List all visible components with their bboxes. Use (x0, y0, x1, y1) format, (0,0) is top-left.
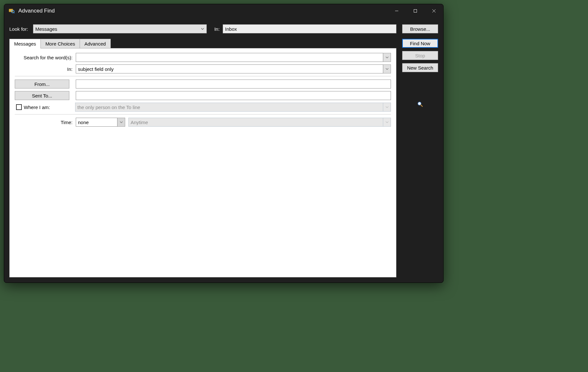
in-folder-value: Inbox (225, 26, 237, 32)
time-label: Time: (15, 120, 76, 125)
time-value: none (76, 118, 117, 127)
look-for-label: Look for: (9, 26, 30, 32)
main-content: Messages More Choices Advanced Search fo… (4, 39, 443, 283)
time-range-value: Anytime (128, 118, 383, 127)
divider (15, 76, 391, 76)
look-for-dropdown[interactable]: Messages (33, 24, 207, 33)
side-buttons: Find Now Stop New Search (402, 39, 438, 277)
time-dropdown-btn[interactable] (117, 118, 125, 127)
where-i-am-value: the only person on the To line (75, 103, 383, 112)
minimize-button[interactable] (387, 4, 406, 18)
find-now-button[interactable]: Find Now (402, 39, 438, 48)
time-range-dropdown-btn (383, 118, 391, 127)
window-controls (387, 4, 443, 18)
browse-button[interactable]: Browse... (402, 24, 438, 33)
in-field-dropdown-btn[interactable] (383, 64, 391, 73)
svg-line-8 (421, 105, 422, 106)
tab-messages[interactable]: Messages (9, 39, 41, 48)
tab-body-messages: Search for the word(s): In: subject fiel… (9, 48, 396, 277)
stop-button: Stop (402, 51, 438, 60)
in-field-value: subject field only (76, 64, 383, 73)
search-header: Look for: Messages In: Inbox Browse... (4, 21, 443, 37)
new-search-button[interactable]: New Search (402, 63, 438, 72)
search-words-label: Search for the word(s): (15, 55, 76, 60)
time-range-combo: Anytime (128, 118, 391, 127)
from-input[interactable] (76, 80, 391, 89)
tab-strip: Messages More Choices Advanced (9, 39, 396, 48)
maximize-button[interactable] (406, 4, 425, 18)
in-field-combo[interactable]: subject field only (76, 64, 391, 73)
advanced-find-window: Advanced Find Look for: Messages (4, 4, 444, 283)
in-field-label: In: (15, 66, 76, 72)
tab-advanced[interactable]: Advanced (80, 39, 111, 48)
close-button[interactable] (425, 4, 443, 18)
from-button[interactable]: From... (15, 80, 69, 89)
sent-to-input[interactable] (76, 91, 391, 100)
svg-line-2 (14, 13, 14, 13)
where-i-am-combo: the only person on the To line (75, 103, 391, 112)
where-i-am-checkbox[interactable] (16, 104, 22, 110)
magnifier-icon (402, 101, 438, 109)
tab-more-choices[interactable]: More Choices (41, 39, 80, 48)
tabs-panel: Messages More Choices Advanced Search fo… (9, 39, 396, 277)
search-words-dropdown-btn[interactable] (383, 53, 391, 62)
in-folder-field[interactable]: Inbox (223, 24, 396, 33)
search-words-combo[interactable] (76, 53, 391, 62)
search-words-input[interactable] (76, 53, 383, 62)
where-i-am-dropdown-btn (383, 103, 391, 112)
look-for-value: Messages (35, 26, 201, 32)
sent-to-button[interactable]: Sent To... (15, 91, 69, 100)
in-label: In: (214, 26, 220, 32)
app-icon (9, 8, 14, 14)
chevron-down-icon (201, 26, 204, 32)
time-combo[interactable]: none (76, 118, 125, 127)
window-title: Advanced Find (18, 8, 387, 14)
titlebar: Advanced Find (4, 4, 443, 18)
divider (15, 114, 391, 114)
svg-rect-4 (414, 10, 417, 13)
where-i-am-label: Where I am: (24, 105, 75, 110)
